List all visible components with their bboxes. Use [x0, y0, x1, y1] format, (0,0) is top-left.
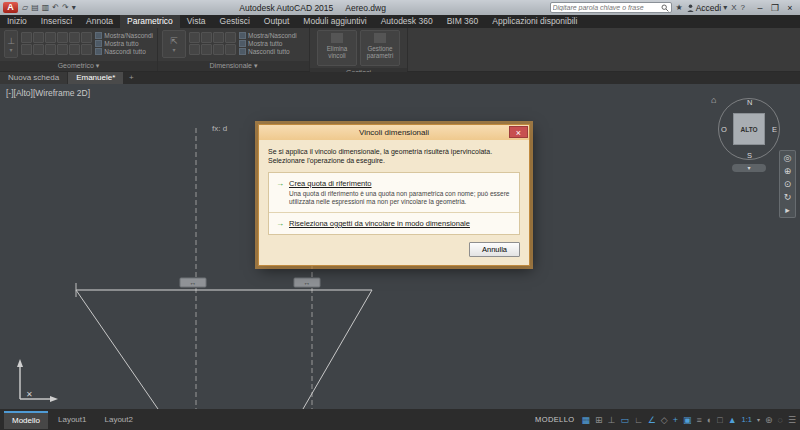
parameters-manager-button[interactable]: Gestione parametri — [360, 30, 400, 66]
exchange-apps-icon[interactable]: X — [731, 3, 736, 12]
constraint-icon[interactable] — [201, 32, 212, 43]
drawing-area[interactable]: ↔ ↔ [-][Alto][Wireframe 2D] fx: d ⌂ N E … — [0, 84, 800, 409]
viewcube-north[interactable]: N — [747, 98, 752, 107]
save-icon[interactable]: ▤ — [31, 3, 39, 13]
show-hide-dimensional-button[interactable]: Mostra/Nascondi — [239, 32, 297, 39]
restore-button[interactable]: ❐ — [768, 3, 782, 13]
help-icon[interactable]: ? — [741, 3, 745, 12]
new-drawing-button[interactable]: + — [124, 72, 138, 84]
transparency-icon[interactable]: ◐ — [707, 413, 712, 427]
snap-mode-icon[interactable]: ⊞ — [595, 413, 603, 427]
isolate-objects-icon[interactable]: ◌ — [778, 413, 783, 427]
infer-constraints-icon[interactable]: ⊥ — [608, 413, 616, 427]
viewcube-south[interactable]: S — [747, 151, 752, 160]
customization-icon[interactable]: ☰ — [788, 413, 796, 427]
open-icon[interactable]: ▱ — [22, 3, 28, 13]
reselect-objects-option[interactable]: → Riseleziona oggetti da vincolare in mo… — [269, 212, 519, 234]
isometric-drafting-icon[interactable]: ◇ — [661, 413, 668, 427]
constraint-icon[interactable] — [45, 32, 56, 43]
viewcube-top-face[interactable]: ALTO — [733, 113, 765, 145]
polar-tracking-icon[interactable]: ∠ — [648, 413, 656, 427]
print-icon[interactable]: ▥ — [42, 3, 50, 13]
file-tab-emanuele[interactable]: Emanuele* — [68, 72, 123, 84]
panel-label-dimensionale[interactable]: Dimensionale ▾ — [158, 61, 309, 71]
application-menu-button[interactable]: A — [3, 2, 18, 13]
tab-inserisci[interactable]: Inserisci — [34, 15, 79, 28]
ortho-mode-icon[interactable]: ∟ — [634, 413, 643, 427]
minimize-button[interactable]: – — [753, 3, 767, 13]
titlebar[interactable]: A ▱ ▤ ▥ ↶ ↷ ▾ Autodesk AutoCAD 2015Aereo… — [0, 0, 800, 15]
tab-bim-360[interactable]: BIM 360 — [440, 15, 486, 28]
sign-in-button[interactable]: Accedi ▾ — [687, 3, 728, 13]
tab-output[interactable]: Output — [257, 15, 297, 28]
dimensional-constraint-marker[interactable]: ↔ — [180, 278, 206, 287]
annotation-visibility-icon[interactable]: ▲ — [728, 413, 737, 427]
show-motion-icon[interactable]: ▸ — [785, 205, 790, 215]
constraint-icon[interactable] — [21, 32, 32, 43]
constraint-icon[interactable] — [213, 44, 224, 55]
tab-annota[interactable]: Annota — [79, 15, 120, 28]
show-all-dimensional-button[interactable]: Mostra tutto — [239, 40, 297, 47]
hide-all-dimensional-button[interactable]: Nascondi tutto — [239, 48, 297, 55]
viewcube-menu[interactable]: ▾ — [732, 164, 766, 172]
constraint-icon[interactable] — [225, 32, 236, 43]
constraint-icon[interactable] — [57, 32, 68, 43]
lineweight-icon[interactable]: ≡ — [697, 413, 702, 427]
tab-applicazioni-disponibili[interactable]: Applicazioni disponibili — [485, 15, 584, 28]
annotation-scale[interactable]: 1:1 — [742, 415, 752, 424]
viewcube[interactable]: ⌂ N E S O ALTO ▾ — [716, 98, 782, 172]
help-search-box[interactable] — [550, 2, 672, 13]
auto-constrain-button[interactable]: ⊥▾ — [4, 30, 18, 58]
selection-cycling-icon[interactable]: □ — [717, 413, 722, 427]
viewcube-west[interactable]: O — [721, 125, 727, 134]
constraint-icon[interactable] — [21, 44, 32, 55]
linear-constraint-button[interactable]: ⇱▾ — [162, 30, 186, 58]
constraint-icon[interactable] — [45, 44, 56, 55]
pan-icon[interactable]: ⊕ — [784, 166, 792, 176]
undo-icon[interactable]: ↶ — [52, 3, 59, 13]
cancel-button[interactable]: Annulla — [469, 242, 520, 257]
show-all-geometric-button[interactable]: Mostra tutto — [95, 40, 153, 47]
viewcube-home-icon[interactable]: ⌂ — [711, 95, 716, 105]
create-reference-dimension-option[interactable]: → Crea quota di riferimento Una quota di… — [269, 173, 519, 212]
favorites-star-icon[interactable]: ★ — [676, 3, 683, 12]
close-button[interactable]: × — [783, 3, 797, 13]
redo-icon[interactable]: ↷ — [62, 3, 69, 13]
tab-autodesk-360[interactable]: Autodesk 360 — [374, 15, 440, 28]
constraint-icon[interactable] — [33, 32, 44, 43]
model-space-label[interactable]: MODELLO — [535, 415, 574, 424]
viewport-controls[interactable]: [-][Alto][Wireframe 2D] — [6, 88, 90, 98]
panel-label-geometrico[interactable]: Geometrico ▾ — [0, 61, 157, 71]
constraint-icon[interactable] — [69, 32, 80, 43]
object-snap-icon[interactable]: ▣ — [683, 413, 692, 427]
constraint-icon[interactable] — [33, 44, 44, 55]
viewcube-east[interactable]: E — [772, 125, 777, 134]
file-tab-nuova-scheda[interactable]: Nuova scheda — [0, 72, 67, 84]
dimensional-constraint-marker[interactable]: ↔ — [294, 278, 320, 287]
constraint-icon[interactable] — [69, 44, 80, 55]
annotation-scale-caret-icon[interactable]: ▾ — [757, 416, 760, 423]
constraint-icon[interactable] — [213, 32, 224, 43]
constraint-icon[interactable] — [81, 32, 92, 43]
search-input[interactable] — [553, 4, 661, 11]
orbit-icon[interactable]: ↻ — [784, 192, 792, 202]
object-snap-tracking-icon[interactable]: + — [673, 413, 678, 427]
tab-gestisci[interactable]: Gestisci — [213, 15, 257, 28]
layout-tab-layout2[interactable]: Layout2 — [96, 412, 140, 428]
hide-all-geometric-button[interactable]: Nascondi tutto — [95, 48, 153, 55]
steering-wheel-icon[interactable]: ◎ — [784, 153, 792, 163]
dialog-close-button[interactable]: × — [509, 126, 528, 138]
constraint-icon[interactable] — [57, 44, 68, 55]
layout-tab-layout1[interactable]: Layout1 — [50, 412, 94, 428]
constraint-icon[interactable] — [81, 44, 92, 55]
viewcube-compass[interactable]: ⌂ N E S O ALTO — [718, 98, 780, 160]
tab-inizio[interactable]: Inizio — [0, 15, 34, 28]
constraint-icon[interactable] — [189, 44, 200, 55]
dynamic-input-icon[interactable]: ▭ — [620, 413, 629, 427]
workspace-switching-icon[interactable]: ⊛ — [765, 413, 773, 427]
tab-vista[interactable]: Vista — [180, 15, 213, 28]
tab-moduli-aggiuntivi[interactable]: Moduli aggiuntivi — [296, 15, 373, 28]
show-hide-geometric-button[interactable]: Mostra/Nascondi — [95, 32, 153, 39]
grid-icon[interactable]: ▦ — [581, 413, 590, 427]
zoom-icon[interactable]: ⊙ — [784, 179, 792, 189]
